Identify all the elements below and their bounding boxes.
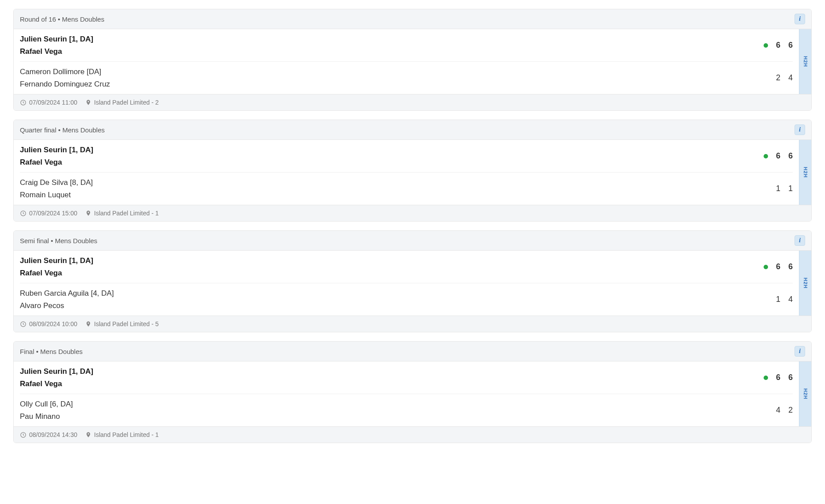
player-name[interactable]: Rafael Vega [20,157,93,168]
pin-icon [85,321,91,327]
set-score: 2 [788,406,793,415]
score-area: 6 6 [764,262,793,271]
category-label: Mens Doubles [62,126,105,134]
set-score: 6 [776,262,780,271]
set-score: 4 [776,406,780,415]
winner-dot-icon [764,265,768,269]
datetime-text: 07/09/2024 15:00 [29,210,77,217]
player-name[interactable]: Pau Minano [20,411,73,422]
player-name[interactable]: Julien Seurin [1, DA] [20,34,93,45]
player-name[interactable]: Alvaro Pecos [20,300,114,312]
score-area: 2 4 [776,73,793,83]
player-name[interactable]: Ruben Garcia Aguila [4, DA] [20,288,114,299]
set-score: 6 [776,151,780,161]
info-icon[interactable]: i [795,346,805,357]
player-name[interactable]: Craig De Silva [8, DA] [20,177,93,188]
score-area: 1 4 [776,295,793,304]
datetime-text: 07/09/2024 11:00 [29,99,77,106]
player-name[interactable]: Olly Cull [6, DA] [20,399,73,410]
location: Island Padel Limited - 1 [85,431,159,438]
team-names: Julien Seurin [1, DA] Rafael Vega [20,34,93,57]
info-icon[interactable]: i [795,14,805,24]
set-scores: 6 6 [776,262,793,271]
score-area: 6 6 [764,373,793,382]
set-score: 6 [776,373,780,382]
score-area: 6 6 [764,41,793,50]
set-score: 6 [788,373,793,382]
player-name[interactable]: Rafael Vega [20,46,93,57]
round-label: Quarter final [20,126,57,134]
match-card: Quarter final • Mens Doubles i Julien Se… [13,120,812,222]
set-score: 4 [788,295,793,304]
winner-dot-icon [764,376,768,380]
winner-dot-icon [764,43,768,48]
set-scores: 4 2 [776,406,793,415]
player-name[interactable]: Cameron Dollimore [DA] [20,66,110,78]
player-name[interactable]: Rafael Vega [20,378,93,390]
datetime: 07/09/2024 11:00 [20,99,77,106]
pin-icon [85,432,91,438]
player-name[interactable]: Rafael Vega [20,267,93,279]
player-name[interactable]: Julien Seurin [1, DA] [20,366,93,377]
round-label: Semi final [20,237,49,244]
match-card: Final • Mens Doubles i Julien Seurin [1,… [13,341,812,443]
location-text: Island Padel Limited - 1 [94,210,159,217]
match-header: Semi final • Mens Doubles i [14,231,811,251]
set-score: 1 [776,295,780,304]
players-column: Julien Seurin [1, DA] Rafael Vega 6 6 Cr… [14,140,799,205]
location: Island Padel Limited - 2 [85,99,159,106]
player-name[interactable]: Fernando Dominguez Cruz [20,79,110,90]
match-card: Semi final • Mens Doubles i Julien Seuri… [13,230,812,332]
location-text: Island Padel Limited - 1 [94,431,159,438]
set-scores: 6 6 [776,151,793,161]
team-names: Julien Seurin [1, DA] Rafael Vega [20,255,93,278]
h2h-button[interactable]: H2H [799,361,811,426]
pin-icon [85,210,91,216]
round-category: Round of 16 • Mens Doubles [20,15,104,23]
match-header: Round of 16 • Mens Doubles i [14,9,811,29]
team-names: Julien Seurin [1, DA] Rafael Vega [20,366,93,389]
team-row-winner: Julien Seurin [1, DA] Rafael Vega 6 6 [20,29,793,61]
clock-icon [20,210,26,217]
winner-dot-icon [764,154,768,158]
score-area: 4 2 [776,406,793,415]
datetime: 08/09/2024 14:30 [20,431,77,438]
info-icon[interactable]: i [795,124,805,135]
pin-icon [85,99,91,105]
team-row-winner: Julien Seurin [1, DA] Rafael Vega 6 6 [20,251,793,283]
location: Island Padel Limited - 1 [85,210,159,217]
match-footer: 08/09/2024 10:00 Island Padel Limited - … [14,316,811,332]
h2h-button[interactable]: H2H [799,29,811,94]
player-name[interactable]: Romain Luquet [20,189,93,201]
players-column: Julien Seurin [1, DA] Rafael Vega 6 6 Ca… [14,29,799,94]
set-scores: 6 6 [776,373,793,382]
round-category: Quarter final • Mens Doubles [20,126,105,134]
category-label: Mens Doubles [62,15,104,23]
players-column: Julien Seurin [1, DA] Rafael Vega 6 6 Ru… [14,251,799,316]
set-score: 6 [788,262,793,271]
team-names: Cameron Dollimore [DA] Fernando Domingue… [20,66,110,90]
team-row: Ruben Garcia Aguila [4, DA] Alvaro Pecos… [20,283,793,316]
set-score: 2 [776,73,780,83]
score-area: 6 6 [764,151,793,161]
set-score: 6 [776,41,780,50]
set-score: 1 [788,184,793,193]
match-card: Round of 16 • Mens Doubles i Julien Seur… [13,9,812,111]
set-scores: 6 6 [776,41,793,50]
datetime: 08/09/2024 10:00 [20,320,77,327]
h2h-button[interactable]: H2H [799,251,811,316]
info-icon[interactable]: i [795,235,805,246]
team-names: Olly Cull [6, DA] Pau Minano [20,399,73,422]
location: Island Padel Limited - 5 [85,320,159,327]
match-footer: 07/09/2024 11:00 Island Padel Limited - … [14,94,811,110]
team-names: Ruben Garcia Aguila [4, DA] Alvaro Pecos [20,288,114,311]
team-row: Olly Cull [6, DA] Pau Minano 4 2 [20,394,793,426]
score-area: 1 1 [776,184,793,193]
player-name[interactable]: Julien Seurin [1, DA] [20,255,93,267]
team-row-winner: Julien Seurin [1, DA] Rafael Vega 6 6 [20,361,793,394]
team-names: Julien Seurin [1, DA] Rafael Vega [20,144,93,168]
h2h-button[interactable]: H2H [799,140,811,205]
set-score: 1 [776,184,780,193]
player-name[interactable]: Julien Seurin [1, DA] [20,144,93,156]
match-footer: 07/09/2024 15:00 Island Padel Limited - … [14,205,811,221]
